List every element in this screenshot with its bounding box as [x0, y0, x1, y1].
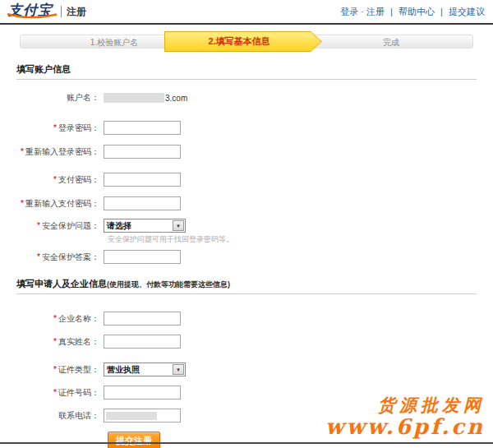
link-separator: |: [390, 7, 393, 16]
pay-password-row: *支付密码：: [16, 173, 477, 187]
step-verify-account: 1.校验账户名: [65, 37, 164, 48]
link-submit-feedback[interactable]: 提交建议: [449, 7, 485, 16]
login-password-row: *登录密码：: [16, 121, 477, 135]
contact-phone-redacted-value: [106, 412, 157, 420]
security-question-hint-row: 安全保护问题可用于找回登录密码等。: [16, 233, 477, 245]
pay-password-confirm-label: 重新输入支付密码：: [25, 199, 99, 208]
section-title-company-info: 填写申请人及企业信息(使用提现、付款等功能需要这些信息): [16, 278, 477, 294]
login-password-input[interactable]: [104, 121, 181, 135]
alipay-logo-swoosh-icon: [7, 7, 58, 22]
company-section-title: 填写申请人及企业信息: [16, 279, 107, 289]
footer-divider: [0, 442, 493, 444]
account-name-redacted-value: [104, 93, 164, 103]
security-answer-label: 安全保护答案：: [42, 252, 99, 261]
cert-number-row: *证件号码：: [16, 386, 477, 400]
login-password-confirm-row: *重新输入登录密码：: [16, 145, 477, 159]
link-help-center[interactable]: 帮助中心: [399, 7, 435, 16]
cert-type-selected-value: 营业执照: [104, 364, 140, 376]
company-name-label: 企业名称：: [58, 314, 99, 323]
dropdown-button[interactable]: ▼: [173, 220, 184, 231]
dropdown-button[interactable]: ▼: [173, 364, 184, 375]
step-complete: 完成: [342, 37, 440, 48]
contact-phone-row: 联系电话：: [16, 409, 477, 423]
security-question-hint: 安全保护问题可用于找回登录密码等。: [108, 234, 233, 245]
pay-password-label: 支付密码：: [58, 175, 99, 184]
cert-type-label: 证件类型：: [58, 365, 99, 374]
real-name-input[interactable]: [104, 335, 181, 349]
security-question-selected-value: 请选择: [104, 220, 131, 232]
login-password-label: 登录密码：: [58, 123, 99, 132]
security-question-select[interactable]: 请选择 ▼: [104, 219, 186, 233]
pay-password-input[interactable]: [104, 173, 181, 187]
step-fill-basic-info-active: 2.填写基本信息: [164, 31, 322, 52]
link-login-register[interactable]: 登录 · 注册: [340, 7, 385, 16]
security-question-row: *安全保护问题： 请选择 ▼: [16, 219, 477, 233]
required-asterisk: *: [53, 314, 57, 323]
required-asterisk: *: [21, 147, 24, 156]
login-password-confirm-input[interactable]: [104, 145, 181, 159]
contact-phone-input[interactable]: [104, 409, 181, 423]
required-asterisk: *: [53, 175, 57, 184]
pay-password-confirm-input[interactable]: [104, 196, 181, 210]
submit-register-button[interactable]: 提交注册: [108, 432, 160, 448]
submit-row: 提交注册: [16, 432, 477, 448]
step-fill-basic-info-label: 2.填写基本信息: [165, 32, 321, 51]
step-indicator: 1.校验账户名 2.填写基本信息 完成: [20, 31, 473, 53]
alipay-register-page: 支付宝 注册 登录 · 注册 | 帮助中心 | 提交建议 1.校验账户名 2.填…: [0, 0, 493, 448]
security-question-label: 安全保护问题：: [42, 221, 99, 230]
top-links: 登录 · 注册 | 帮助中心 | 提交建议: [340, 6, 485, 18]
required-asterisk: *: [21, 199, 24, 208]
logo-area: 支付宝 注册: [7, 1, 86, 22]
account-name-row: 账户名： 3.com: [16, 92, 477, 104]
real-name-label: 真实姓名：: [58, 337, 99, 346]
security-answer-input[interactable]: [104, 250, 181, 264]
required-asterisk: *: [53, 388, 57, 397]
login-password-confirm-label: 重新输入登录密码：: [25, 147, 99, 156]
cert-number-label: 证件号码：: [58, 388, 99, 397]
chevron-down-icon: ▼: [176, 367, 181, 372]
required-asterisk: *: [53, 337, 57, 346]
alipay-logo: 支付宝: [7, 1, 54, 22]
required-asterisk: *: [37, 221, 40, 230]
page-title: 注册: [67, 5, 86, 19]
contact-phone-label: 联系电话：: [16, 410, 104, 422]
security-answer-row: *安全保护答案：: [16, 250, 477, 264]
company-name-input[interactable]: [104, 312, 181, 326]
registration-form: 填写账户信息 账户名： 3.com *登录密码： *重新输入登录密码： *支付密…: [0, 63, 493, 448]
header-divider: [61, 6, 62, 17]
company-section-subtitle: (使用提现、付款等功能需要这些信息): [107, 280, 230, 289]
link-separator: |: [440, 7, 443, 16]
cert-type-select[interactable]: 营业执照 ▼: [104, 363, 186, 376]
header: 支付宝 注册 登录 · 注册 | 帮助中心 | 提交建议: [0, 0, 493, 25]
pay-password-confirm-row: *重新输入支付密码：: [16, 196, 477, 210]
required-asterisk: *: [53, 123, 57, 132]
account-name-suffix: 3.com: [165, 94, 187, 103]
cert-number-input[interactable]: [104, 386, 181, 400]
company-name-row: *企业名称：: [16, 312, 477, 326]
account-name-label: 账户名：: [16, 92, 104, 104]
required-asterisk: *: [53, 365, 57, 374]
real-name-row: *真实姓名：: [16, 335, 477, 349]
cert-type-row: *证件类型： 营业执照 ▼: [16, 363, 477, 376]
chevron-down-icon: ▼: [176, 224, 181, 229]
section-title-account-info: 填写账户信息: [16, 63, 477, 80]
required-asterisk: *: [37, 252, 40, 261]
